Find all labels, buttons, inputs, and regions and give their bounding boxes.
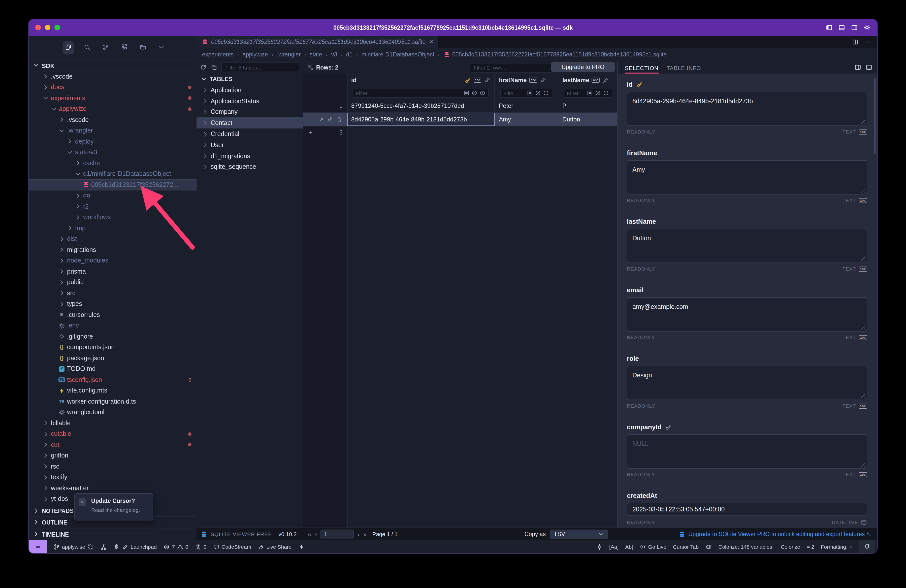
- tree-item-vite-config-mts[interactable]: vite.config.mts: [29, 385, 196, 396]
- field-value-role[interactable]: Design: [627, 366, 867, 400]
- field-value-createdAt[interactable]: 2025-03-05T22:53:05.547+00:00: [627, 503, 867, 516]
- table-item-company[interactable]: Company: [196, 107, 303, 118]
- activity-folder-icon[interactable]: [137, 41, 148, 54]
- tree-item-workflows[interactable]: workflows: [29, 212, 196, 223]
- split-icon[interactable]: [852, 38, 859, 45]
- tree-item-todo-md[interactable]: ✓TODO.md: [29, 363, 196, 374]
- tree-item-cutable[interactable]: cutable: [29, 429, 196, 439]
- tree-item--wrangler[interactable]: .wrangler: [29, 125, 196, 136]
- activity-extensions-icon[interactable]: [119, 41, 129, 54]
- tab-table-info[interactable]: TABLE INFO: [667, 65, 701, 73]
- grid-cell[interactable]: 87991240-5ccc-4fa7-914e-39b287107ded: [347, 99, 495, 112]
- activity-files-icon[interactable]: [63, 41, 73, 54]
- tree-item-weeks-matter[interactable]: weeks-matter: [29, 483, 196, 494]
- tree-item-experiments[interactable]: experiments: [29, 93, 196, 104]
- upgrade-to-pro-button[interactable]: Upgrade to PRO: [551, 62, 615, 72]
- tree-item-d1-miniflare-d1databaseobject[interactable]: d1/miniflare-D1DatabaseObject: [29, 169, 196, 179]
- field-value-lastName[interactable]: Dutton: [627, 229, 867, 263]
- field-value-email[interactable]: amy@example.com: [627, 297, 867, 331]
- resize-handle[interactable]: [861, 394, 865, 398]
- tree-item-components-json[interactable]: {}components.json: [29, 342, 196, 353]
- pin-icon[interactable]: [484, 77, 490, 83]
- breadcrumb-item[interactable]: 005cb3d3133217f352562272facf516778925ea1…: [443, 51, 667, 58]
- remote-indicator[interactable]: ><: [29, 540, 47, 553]
- column-filter-input[interactable]: Filter...: [500, 88, 552, 97]
- trash-icon[interactable]: [336, 116, 343, 123]
- tree-item-package-json[interactable]: {}package.json: [29, 353, 196, 363]
- close-icon[interactable]: ×: [78, 498, 86, 506]
- breadcrumb-item[interactable]: state: [309, 51, 322, 57]
- breadcrumb-item[interactable]: miniflare-D1DatabaseObject: [362, 51, 434, 57]
- pin-icon[interactable]: [540, 77, 546, 83]
- activity-chevron-down-icon[interactable]: [156, 41, 167, 54]
- tree-item--vscode[interactable]: .vscode: [29, 115, 196, 125]
- sidebar-section-timeline[interactable]: TIMELINE: [29, 528, 196, 540]
- toast-body[interactable]: Read the changelog.: [91, 507, 140, 513]
- close-window-button[interactable]: [35, 25, 41, 30]
- last-page-button[interactable]: »: [363, 530, 367, 538]
- tree-item-worker-configuration-d-ts[interactable]: TSworker-configuration.d.ts: [29, 396, 196, 407]
- resize-handle[interactable]: [861, 188, 865, 193]
- tab-close-icon[interactable]: ×: [429, 38, 433, 45]
- tree-item-r2[interactable]: r2: [29, 201, 196, 212]
- layout-panel-icon[interactable]: [866, 64, 872, 70]
- status-item-codestream[interactable]: CodeStream: [213, 543, 251, 550]
- column-filter-input[interactable]: Filter...: [353, 88, 489, 97]
- tree-item-public[interactable]: public: [29, 277, 196, 288]
- field-value-firstName[interactable]: Amy: [627, 160, 867, 194]
- grid-cell[interactable]: P: [558, 99, 617, 112]
- breadcrumb-item[interactable]: experiments: [202, 51, 234, 57]
- tree-item--gitignore[interactable]: .gitignore: [29, 331, 196, 342]
- tree-item-wrangler-toml[interactable]: wrangler.toml: [29, 407, 196, 418]
- activity-source-control-icon[interactable]: [100, 41, 111, 54]
- pin-icon[interactable]: [602, 77, 609, 83]
- tree-item-rsc[interactable]: rsc: [29, 461, 196, 472]
- grid-cell[interactable]: Dutton: [558, 113, 617, 126]
- tree-item-state-v3[interactable]: state/v3: [29, 147, 196, 158]
- tree-item-deploy[interactable]: deploy: [29, 136, 196, 147]
- grid-cell[interactable]: Amy: [495, 113, 558, 126]
- status-item-bolt[interactable]: [298, 543, 305, 550]
- tree-item-src[interactable]: src: [29, 288, 196, 298]
- status-item-notifications[interactable]: [859, 540, 875, 553]
- grid-cell[interactable]: Peter: [495, 99, 558, 112]
- layout-panel-icon[interactable]: [839, 24, 845, 31]
- column-filter-input[interactable]: Filter...: [564, 88, 612, 97]
- add-row-icon[interactable]: +: [307, 129, 312, 136]
- grid-row[interactable]: 187991240-5ccc-4fa7-914e-39b287107dedPet…: [303, 99, 617, 113]
- tree-item-griffon[interactable]: griffon: [29, 450, 196, 461]
- table-item-applicationstatus[interactable]: ApplicationStatus: [196, 96, 303, 107]
- column-header-firstName[interactable]: firstNameabc: [495, 73, 558, 87]
- tables-filter-input[interactable]: Filter 8 tables...: [221, 62, 299, 72]
- status-item-eq[interactable]: = 2: [807, 543, 814, 550]
- tree-item-types[interactable]: types: [29, 298, 196, 309]
- explorer-root[interactable]: SDK: [29, 60, 196, 72]
- tab-selection[interactable]: SELECTION: [625, 65, 659, 73]
- copy-format-select[interactable]: TSV: [550, 529, 608, 539]
- next-page-button[interactable]: ›: [357, 530, 360, 538]
- breadcrumb-item[interactable]: applywize: [242, 51, 268, 57]
- status-item-formatting[interactable]: Formatting: ×: [821, 543, 852, 550]
- tree-item-docs[interactable]: docs: [29, 82, 196, 93]
- grid-row[interactable]: ↗8d42905a-299b-464e-849b-2181d5dd273bAmy…: [303, 113, 617, 126]
- status-item-live-share[interactable]: Live Share: [258, 543, 292, 550]
- activity-search-icon[interactable]: [81, 41, 92, 54]
- maximize-window-button[interactable]: [54, 25, 60, 30]
- tree-item-textify[interactable]: textify: [29, 472, 196, 483]
- status-item-problems[interactable]: 70: [163, 543, 188, 550]
- layout-sidebar-right-icon[interactable]: [851, 24, 858, 31]
- tree-item--vscode[interactable]: .vscode: [29, 71, 196, 82]
- table-item-user[interactable]: User: [196, 140, 303, 151]
- tree-item-node-modules[interactable]: node_modules: [29, 255, 196, 266]
- tables-section-header[interactable]: TABLES: [196, 73, 303, 84]
- layout-sidebar-right-icon[interactable]: [855, 64, 861, 70]
- column-header-lastName[interactable]: lastNameabc: [558, 73, 617, 87]
- tree-item-tmp[interactable]: tmp: [29, 223, 196, 234]
- rows-filter-input[interactable]: Filter 2 rows...: [470, 63, 552, 72]
- status-item-colorize[interactable]: Colorize: [779, 543, 800, 550]
- table-item-sqlite_sequence[interactable]: sqlite_sequence: [196, 161, 303, 172]
- status-item-colorize-vars[interactable]: Colorize: 148 variables: [718, 543, 772, 550]
- minimize-window-button[interactable]: [45, 25, 50, 30]
- page-number-input[interactable]: 1: [321, 529, 354, 539]
- tree-item-applywize[interactable]: applywize: [29, 104, 196, 115]
